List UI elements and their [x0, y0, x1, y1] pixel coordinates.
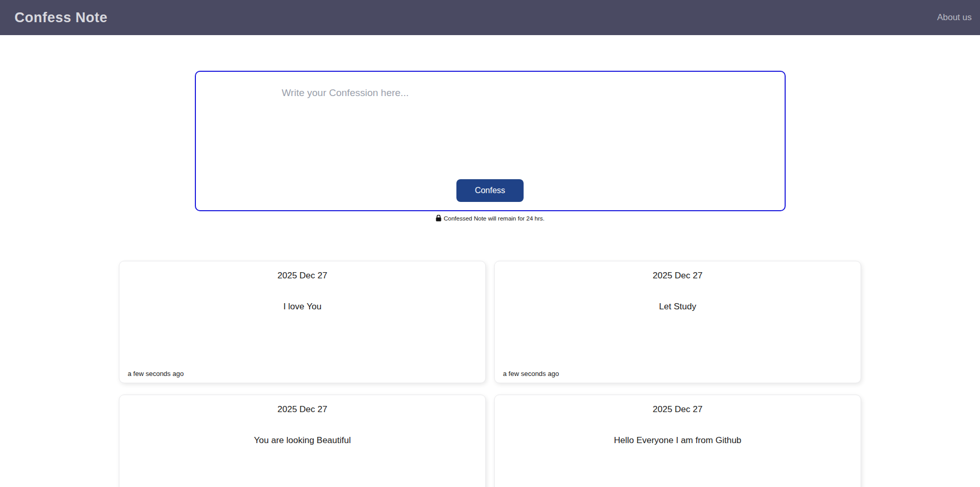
navbar: Confess Note About us [0, 0, 980, 35]
confession-form: Confess [195, 71, 786, 211]
confess-button[interactable]: Confess [456, 179, 524, 202]
nav-link-about-us[interactable]: About us [937, 12, 972, 23]
note-card: 2025 Dec 27 Hello Everyone I am from Git… [494, 395, 861, 487]
note-message: Let Study [503, 302, 852, 312]
note-date: 2025 Dec 27 [128, 271, 477, 281]
confession-input[interactable] [282, 87, 698, 165]
note-date: 2025 Dec 27 [503, 404, 852, 415]
note-card: 2025 Dec 27 You are looking Beautiful [119, 395, 486, 487]
note-date: 2025 Dec 27 [503, 271, 852, 281]
notes-grid: 2025 Dec 27 I love You a few seconds ago… [119, 261, 861, 487]
brand-logo[interactable]: Confess Note [14, 10, 108, 26]
retention-note: Confessed Note will remain for 24 hrs. [0, 215, 980, 222]
note-message: You are looking Beautiful [128, 435, 477, 446]
retention-note-text: Confessed Note will remain for 24 hrs. [444, 215, 545, 222]
note-message: Hello Everyone I am from Github [503, 435, 852, 446]
note-message: I love You [128, 302, 477, 312]
note-timestamp: a few seconds ago [128, 370, 183, 378]
note-date: 2025 Dec 27 [128, 404, 477, 415]
note-timestamp: a few seconds ago [503, 370, 559, 378]
note-card: 2025 Dec 27 I love You a few seconds ago [119, 261, 486, 383]
note-card: 2025 Dec 27 Let Study a few seconds ago [494, 261, 861, 383]
lock-icon [436, 215, 441, 222]
